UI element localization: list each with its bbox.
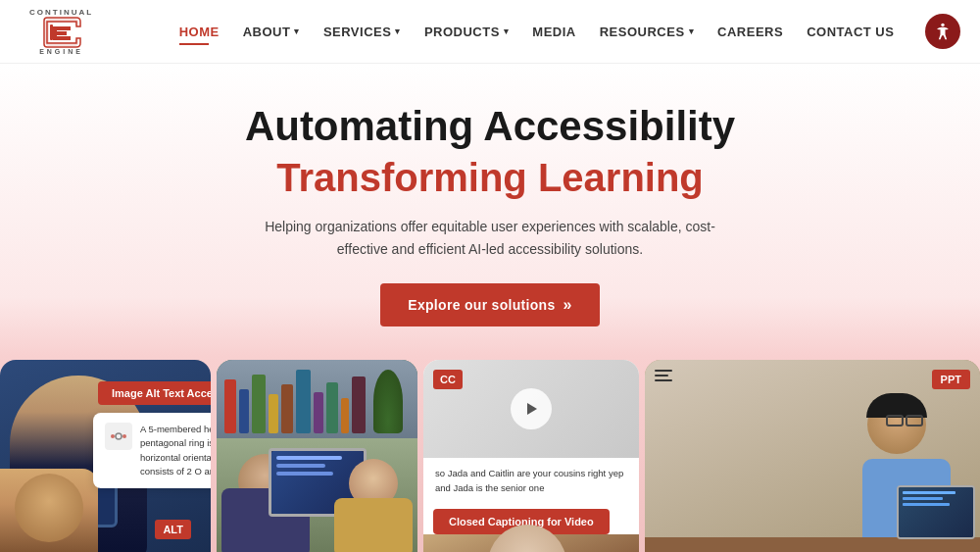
nav-home[interactable]: HOME	[170, 17, 229, 47]
hero-headline-2: Transforming Learning	[20, 156, 960, 200]
cc-text-area: so Jada and Caitlin are your cousins rig…	[423, 458, 639, 503]
glasses-icon	[886, 415, 923, 427]
molecule-icon	[105, 423, 132, 450]
laptop-photo-area	[217, 360, 417, 552]
svg-marker-7	[527, 403, 537, 415]
nav-resources[interactable]: RESOURCES ▾	[590, 17, 704, 47]
alt-description-text: A 5-membered heterocyclic pentagonal rin…	[140, 423, 211, 478]
face-circle	[15, 474, 83, 542]
ppt-badge: PPT	[932, 370, 970, 389]
cta-label: Explore our solutions	[408, 297, 555, 313]
play-button-icon[interactable]	[511, 388, 552, 429]
nav-media[interactable]: MEDIA	[522, 17, 585, 47]
nav-products[interactable]: PRODUCTS ▾	[415, 17, 518, 47]
nav-about[interactable]: ABOUT ▾	[233, 17, 310, 47]
card-ppt: PPT	[645, 360, 980, 552]
laptop-on-desk	[897, 485, 975, 539]
hero-description: Helping organizations offer equitable us…	[255, 216, 725, 260]
svg-point-4	[122, 434, 126, 438]
svg-point-2	[116, 433, 122, 439]
cta-button[interactable]: Explore our solutions »	[380, 283, 599, 326]
logo-icon	[39, 17, 84, 48]
alt-text-badge: Image Alt Text Accessibility	[98, 381, 211, 405]
main-nav: HOME ABOUT ▾ SERVICES ▾ PRODUCTS ▾ MEDIA…	[122, 17, 951, 47]
alt-description-popup: A 5-membered heterocyclic pentagonal rin…	[93, 413, 211, 488]
desk-person-photo	[645, 360, 980, 552]
logo-text-top: CONTINUAL	[29, 8, 93, 17]
feature-cards: Image Alt Text Accessibility A 5-membere…	[0, 356, 980, 552]
chevron-down-icon: ▾	[395, 26, 401, 36]
menu-lines-icon	[655, 370, 672, 381]
nav-services[interactable]: SERVICES ▾	[314, 17, 411, 47]
svg-rect-0	[50, 25, 53, 40]
person-right	[334, 459, 413, 552]
cc-badge: CC	[433, 370, 463, 389]
hero-section: Automating Accessibility Transforming Le…	[0, 64, 980, 356]
card-alt-text: Image Alt Text Accessibility A 5-membere…	[0, 360, 211, 552]
cc-text: so Jada and Caitlin are your cousins rig…	[435, 468, 623, 493]
svg-point-1	[941, 24, 944, 26]
hero-headline-1: Automating Accessibility	[20, 103, 960, 150]
accessibility-button[interactable]	[925, 14, 960, 49]
cta-arrows-icon: »	[564, 296, 572, 314]
site-header: CONTINUAL ENGINE HOME ABOUT ▾ SERVICES	[0, 0, 980, 64]
nav-careers[interactable]: CAREERS	[708, 17, 793, 47]
nav-contact[interactable]: CONTACT US	[797, 17, 904, 47]
bookshelf	[217, 360, 417, 438]
logo[interactable]: CONTINUAL ENGINE	[29, 8, 93, 55]
chevron-down-icon: ▾	[504, 26, 510, 36]
chevron-down-icon: ▾	[294, 26, 300, 36]
chevron-down-icon: ▾	[689, 26, 695, 36]
card-closed-captions: CC so Jada and Caitlin are your cousins …	[423, 360, 639, 552]
alt-label-badge: ALT	[155, 520, 191, 539]
logo-text-bottom: ENGINE	[39, 48, 83, 55]
bottom-person-photo	[0, 469, 98, 552]
elderly-person-photo	[423, 534, 639, 552]
card-laptop	[217, 360, 417, 552]
svg-point-3	[111, 434, 115, 438]
